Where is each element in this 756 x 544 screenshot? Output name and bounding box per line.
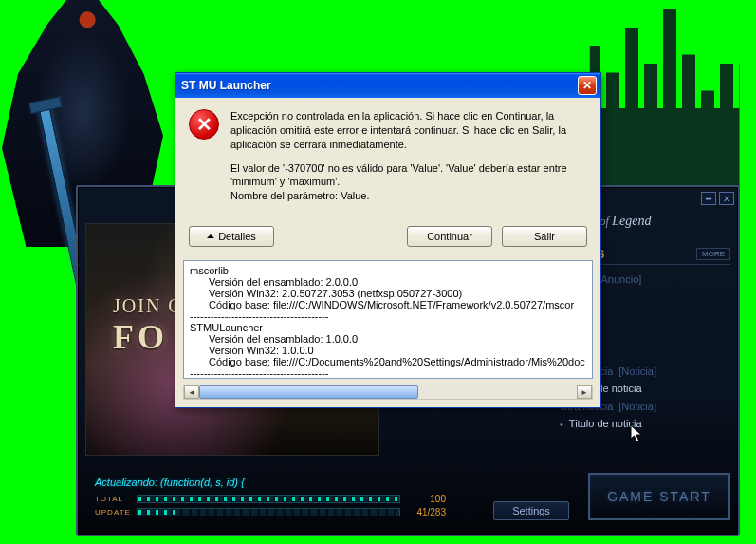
- scroll-right-icon[interactable]: ►: [577, 385, 592, 399]
- error-dialog: ST MU Launcher ✕ ✕ Excepción no controla…: [175, 72, 601, 408]
- dialog-title: ST MU Launcher: [181, 79, 578, 92]
- settings-button[interactable]: Settings: [493, 501, 569, 520]
- status-text: Actualizando: (function(d, s, id) {: [95, 477, 245, 488]
- progress-total-row: TOTAL 100: [95, 494, 446, 503]
- horizontal-scrollbar[interactable]: ◄ ►: [183, 385, 593, 400]
- progress-update-label: UPDATE: [95, 508, 131, 516]
- scroll-thumb[interactable]: [199, 385, 418, 399]
- launcher-minimize-button[interactable]: ━: [701, 192, 716, 205]
- promo-text: JOIN O FO: [113, 295, 184, 357]
- exit-button[interactable]: Salir: [502, 226, 587, 247]
- details-textarea[interactable]: mscorlib Versión del ensamblado: 2.0.0.0…: [183, 260, 593, 379]
- progress-total-bar: [137, 495, 400, 503]
- progress-update-row: UPDATE 41/283: [95, 507, 446, 516]
- error-icon: ✕: [189, 109, 219, 140]
- progress-update-value: 41/283: [406, 507, 446, 517]
- progress-update-bar: [137, 508, 400, 516]
- dialog-titlebar[interactable]: ST MU Launcher ✕: [175, 73, 600, 98]
- progress-total-value: 100: [406, 494, 446, 504]
- details-button[interactable]: Detalles: [189, 226, 274, 247]
- close-icon[interactable]: ✕: [578, 76, 597, 95]
- tagline-sub: Legend: [612, 214, 651, 228]
- list-item[interactable]: •Titulo de noticia: [560, 418, 735, 430]
- dialog-para1: Excepción no controlada en la aplicación…: [230, 109, 587, 152]
- launcher-close-button[interactable]: ✕: [719, 192, 734, 205]
- promo-line2: FO: [113, 317, 184, 357]
- progress-total-label: TOTAL: [95, 495, 131, 503]
- continue-button[interactable]: Continuar: [407, 226, 492, 247]
- scroll-track[interactable]: [199, 385, 577, 399]
- promo-line1: JOIN O: [113, 295, 184, 317]
- dialog-message: Excepción no controlada en la aplicación…: [230, 109, 587, 213]
- game-start-button[interactable]: GAME START: [588, 473, 730, 520]
- scroll-left-icon[interactable]: ◄: [184, 385, 199, 399]
- events-more-button[interactable]: MORE: [696, 248, 730, 260]
- dialog-para2: El valor de '-370700' no es válido para …: [230, 161, 587, 190]
- dialog-para3: Nombre del parámetro: Value.: [230, 189, 587, 203]
